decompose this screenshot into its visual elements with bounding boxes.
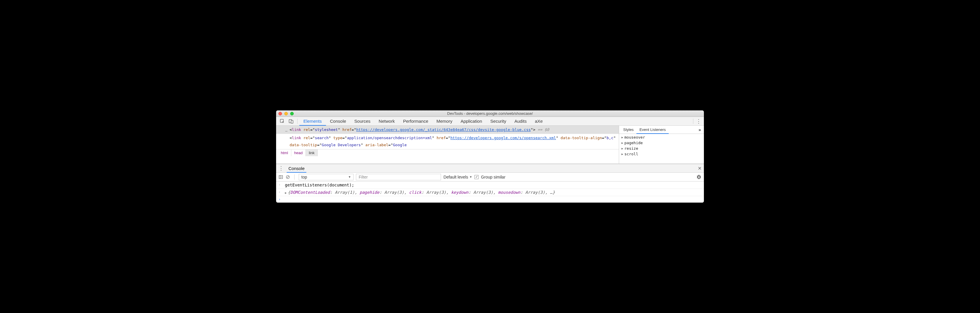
group-similar-label: Group similar bbox=[481, 175, 505, 179]
breadcrumb-item[interactable]: link bbox=[306, 149, 318, 156]
console-toolbar: top ▼ Filter Default levels ▼ ✓ Group si… bbox=[276, 172, 704, 182]
listener-item[interactable]: ▶scroll bbox=[619, 151, 704, 157]
tab-sources[interactable]: Sources bbox=[350, 117, 375, 126]
devtools-window: DevTools - developers.google.com/web/sho… bbox=[276, 110, 704, 203]
console-sidebar-toggle-icon[interactable] bbox=[278, 175, 283, 179]
breadcrumb-item[interactable]: html bbox=[278, 149, 291, 156]
dom-tree[interactable]: …<link rel="stylesheet" href="https://de… bbox=[276, 126, 619, 149]
clear-console-icon[interactable] bbox=[285, 175, 290, 179]
dom-node[interactable]: <link rel="search" type="application/ope… bbox=[276, 134, 619, 149]
close-drawer-icon[interactable]: ✕ bbox=[698, 166, 702, 171]
elements-panel: …<link rel="stylesheet" href="https://de… bbox=[276, 126, 619, 164]
console-gutter-icon: › bbox=[278, 183, 283, 187]
listener-name: pagehide bbox=[624, 141, 643, 145]
listener-name: resize bbox=[624, 146, 638, 151]
inspect-element-icon[interactable] bbox=[278, 119, 287, 124]
drawer-options-icon[interactable]: ⋮ bbox=[278, 165, 284, 171]
expand-icon: ▶ bbox=[622, 152, 623, 156]
dom-node[interactable]: …<link rel="stylesheet" href="https://de… bbox=[276, 126, 619, 134]
window-title: DevTools - developers.google.com/web/sho… bbox=[276, 111, 704, 116]
filter-input[interactable]: Filter bbox=[356, 174, 441, 180]
sidebar-more-icon[interactable]: » bbox=[697, 127, 703, 132]
console-gutter-icon: ‹ bbox=[278, 190, 283, 194]
filter-placeholder: Filter bbox=[358, 175, 368, 179]
breadcrumb: htmlheadlink bbox=[276, 149, 619, 156]
expand-icon: ▶ bbox=[622, 147, 623, 150]
gutter-icon bbox=[283, 134, 290, 149]
group-similar-checkbox[interactable]: ✓ bbox=[474, 175, 479, 179]
tab-console[interactable]: Console bbox=[326, 117, 350, 126]
event-listeners-list: ▶mouseover▶pagehide▶resize▶scroll bbox=[619, 134, 704, 157]
device-toolbar-icon[interactable] bbox=[287, 119, 296, 124]
tab-memory[interactable]: Memory bbox=[433, 117, 457, 126]
listener-name: scroll bbox=[624, 152, 638, 156]
listener-name: mouseover bbox=[624, 135, 645, 139]
main-content: …<link rel="stylesheet" href="https://de… bbox=[276, 126, 704, 164]
svg-rect-2 bbox=[291, 120, 293, 123]
dropdown-icon: ▼ bbox=[348, 175, 351, 179]
console-drawer-header: ⋮ Console ✕ bbox=[276, 164, 704, 172]
console-row[interactable]: › bbox=[276, 196, 704, 203]
console-output[interactable]: ›getEventListeners(document);‹▶{DOMConte… bbox=[276, 182, 704, 203]
sidebar-panel: StylesEvent Listeners » ▶mouseover▶pageh… bbox=[619, 126, 704, 164]
log-levels-label: Default levels bbox=[443, 175, 468, 179]
tab-elements[interactable]: Elements bbox=[299, 117, 326, 126]
context-value: top bbox=[301, 175, 307, 179]
console-drawer-tab[interactable]: Console bbox=[287, 164, 306, 172]
titlebar: DevTools - developers.google.com/web/sho… bbox=[276, 110, 704, 117]
log-levels-selector[interactable]: Default levels ▼ bbox=[443, 175, 472, 179]
dropdown-icon: ▼ bbox=[469, 175, 472, 179]
tab-network[interactable]: Network bbox=[375, 117, 399, 126]
tab-application[interactable]: Application bbox=[457, 117, 486, 126]
breadcrumb-item[interactable]: head bbox=[291, 149, 306, 156]
console-row[interactable]: ‹▶{DOMContentLoaded: Array(1), pagehide:… bbox=[276, 189, 704, 196]
more-options-icon[interactable]: ⋮ bbox=[695, 118, 702, 125]
context-selector[interactable]: top ▼ bbox=[299, 174, 353, 180]
sidebar-tab-styles[interactable]: Styles bbox=[620, 126, 636, 134]
expand-icon: ▶ bbox=[622, 136, 623, 139]
main-tab-bar: ElementsConsoleSourcesNetworkPerformance… bbox=[276, 117, 704, 126]
expand-icon: ▶ bbox=[622, 141, 623, 144]
listener-item[interactable]: ▶pagehide bbox=[619, 140, 704, 145]
sidebar-tabs: StylesEvent Listeners » bbox=[619, 126, 704, 134]
expand-icon[interactable]: ▶ bbox=[285, 191, 287, 194]
tab-axe[interactable]: aXe bbox=[531, 117, 547, 126]
listener-item[interactable]: ▶mouseover bbox=[619, 134, 704, 140]
gutter-icon: … bbox=[283, 126, 290, 134]
tab-security[interactable]: Security bbox=[486, 117, 510, 126]
console-settings-icon[interactable] bbox=[696, 174, 702, 180]
sidebar-tab-event-listeners[interactable]: Event Listeners bbox=[636, 126, 669, 134]
separator bbox=[297, 119, 298, 124]
listener-item[interactable]: ▶resize bbox=[619, 145, 704, 151]
console-gutter-icon: › bbox=[278, 197, 283, 201]
tab-audits[interactable]: Audits bbox=[510, 117, 531, 126]
console-row[interactable]: ›getEventListeners(document); bbox=[276, 182, 704, 189]
tab-performance[interactable]: Performance bbox=[399, 117, 433, 126]
